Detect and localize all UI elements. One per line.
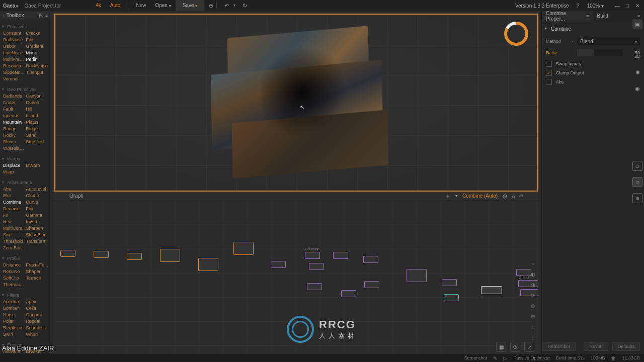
tool-combine[interactable]: Combine	[3, 199, 26, 205]
tool-gamma[interactable]: Gamma	[26, 212, 49, 218]
close-icon[interactable]: ✕	[634, 3, 641, 9]
tool-file[interactable]: File	[26, 37, 49, 43]
tool-transform[interactable]: Transform	[26, 238, 49, 244]
app-logo[interactable]: Gaea▾	[3, 2, 18, 9]
method-dropdown[interactable]: ‹Blend ▾›	[577, 37, 640, 45]
tool-voronoi[interactable]: Voronoi	[3, 76, 26, 82]
minimize-icon[interactable]: —	[614, 3, 621, 9]
tool-ridge[interactable]: Ridge	[26, 126, 49, 132]
eye-tool-icon[interactable]: ◉	[632, 83, 642, 94]
auto-button[interactable]: Auto	[106, 0, 125, 11]
graph-tool1-icon[interactable]: ○	[531, 261, 534, 266]
graph-tool2-icon[interactable]: ◐	[531, 272, 535, 277]
redo-icon[interactable]: ↻	[238, 0, 247, 11]
undo-drop-icon[interactable]: ▾	[229, 0, 238, 11]
resolution-button[interactable]: 4k	[91, 0, 106, 11]
tool-[interactable]	[26, 282, 49, 288]
menu-icon[interactable]: ≡	[45, 13, 48, 18]
tool-[interactable]	[26, 76, 49, 82]
tool-plates[interactable]: Plates	[26, 119, 49, 125]
category-warps[interactable]: Warps	[0, 153, 51, 162]
help-icon[interactable]: ?	[574, 3, 582, 9]
save-button[interactable]: Save ▾	[176, 0, 205, 11]
pen-icon[interactable]: ✎	[493, 355, 497, 361]
tool-rerplexus[interactable]: Rerplexus	[3, 325, 26, 331]
tool-flip[interactable]: Flip	[26, 206, 49, 212]
graph-node[interactable]	[407, 269, 427, 282]
graph-node[interactable]	[271, 261, 286, 268]
category-primitives[interactable]: Primitives	[0, 21, 51, 30]
tool-constant[interactable]: Constant	[3, 30, 26, 36]
play-icon[interactable]: ▷	[503, 355, 507, 361]
tool-tileinput[interactable]: TileInput	[26, 69, 49, 75]
tool-thermals...[interactable]: ThermalS...	[3, 282, 26, 288]
tool-slopenoise[interactable]: SlopeNoise	[3, 69, 26, 75]
view2d-button[interactable]: 2D	[632, 51, 642, 61]
graph-target-icon[interactable]: ◎	[503, 193, 507, 199]
tool-rocky[interactable]: Rocky	[3, 132, 26, 138]
tool-dunes[interactable]: Dunes	[26, 100, 49, 106]
tool-fx[interactable]: Fx	[3, 212, 26, 218]
tool-cracks[interactable]: Cracks	[26, 30, 49, 36]
tool-slump[interactable]: Slump	[3, 139, 26, 145]
tool-terrace[interactable]: Terrace	[26, 275, 49, 281]
tool-dwarp[interactable]: DWarp	[26, 162, 49, 168]
maximize-icon[interactable]: □	[624, 3, 631, 9]
tool-invert[interactable]: Invert	[26, 219, 49, 225]
tool-repeat[interactable]: Repeat	[26, 318, 49, 324]
frame3-icon[interactable]: ⊞	[632, 193, 642, 203]
frame2-icon[interactable]: ◎	[632, 177, 642, 187]
back-icon[interactable]: ‹	[3, 13, 5, 18]
tool-badlands[interactable]: Badlands	[3, 93, 26, 99]
tool-multifractal[interactable]: MultiFractal	[3, 56, 26, 62]
tool-noise[interactable]: Noise	[3, 312, 26, 318]
tool-bomber[interactable]: Bomber	[3, 305, 26, 311]
graph-node[interactable]	[94, 251, 109, 258]
graph-node[interactable]	[309, 263, 324, 270]
graph-canvas[interactable]: CombineOutput	[54, 201, 538, 354]
revert-button[interactable]: Revert	[584, 342, 608, 351]
plus-icon[interactable]: ⊕	[204, 0, 213, 11]
abs-checkbox[interactable]: Abs	[546, 79, 640, 85]
tool-displace[interactable]: Displace	[3, 162, 26, 168]
tool-gabor[interactable]: Gabor	[3, 43, 26, 49]
tool-fractalte...[interactable]: FractalTe...	[26, 262, 49, 268]
tool-cells[interactable]: Cells	[26, 305, 49, 311]
graph-node[interactable]	[198, 258, 218, 271]
graph-node[interactable]	[481, 286, 502, 294]
graph-node[interactable]	[60, 250, 75, 257]
new-button[interactable]: New	[131, 0, 150, 11]
tool-range[interactable]: Range	[3, 126, 26, 132]
tool-heal[interactable]: Heal	[3, 219, 26, 225]
graph-tool5-icon[interactable]: ⊕	[531, 303, 535, 309]
tool-apex[interactable]: Apex	[26, 299, 49, 305]
category-geo-primitives[interactable]: Geo Primitives	[0, 84, 51, 93]
tool-driftnoise[interactable]: DriftNoise	[3, 37, 26, 43]
tool-warp[interactable]: Warp	[3, 169, 26, 175]
layout2-icon[interactable]: ⟳	[510, 342, 520, 352]
defaults-button[interactable]: Defaults	[612, 342, 640, 351]
graph-node[interactable]: Combine	[305, 252, 320, 259]
tool-polar[interactable]: Polar	[3, 318, 26, 324]
remember-button[interactable]: Remember	[542, 342, 576, 351]
graph-home-icon[interactable]: ⌂	[512, 193, 515, 199]
graph-node[interactable]	[127, 253, 142, 260]
tool-whorl[interactable]: Whorl	[26, 331, 49, 337]
tool-threshold[interactable]: Threshold	[3, 238, 26, 244]
open-button[interactable]: Open ▾	[150, 0, 175, 11]
layout3-icon[interactable]: ⤢	[524, 342, 534, 352]
tool-origami[interactable]: Origami	[26, 312, 49, 318]
graph-add-drop-icon[interactable]: ▾	[455, 194, 457, 198]
tool-sine[interactable]: Sine	[3, 232, 26, 238]
tool-gradient[interactable]: Gradient	[26, 43, 49, 49]
tool-aperture[interactable]: Aperture	[3, 299, 26, 305]
viewport-3d[interactable]: ↖	[54, 14, 538, 192]
graph-node[interactable]	[307, 283, 322, 290]
graph-node[interactable]	[363, 256, 378, 263]
tool-sand[interactable]: Sand	[26, 132, 49, 138]
tool-multicom...[interactable]: MultiCom...	[3, 225, 26, 231]
tool-autolevel[interactable]: AutoLevel	[26, 186, 49, 192]
graph-node[interactable]	[444, 294, 459, 301]
swap-inputs-checkbox[interactable]: Swap Inputs	[546, 61, 640, 67]
undo-icon[interactable]: ↶	[220, 0, 229, 11]
